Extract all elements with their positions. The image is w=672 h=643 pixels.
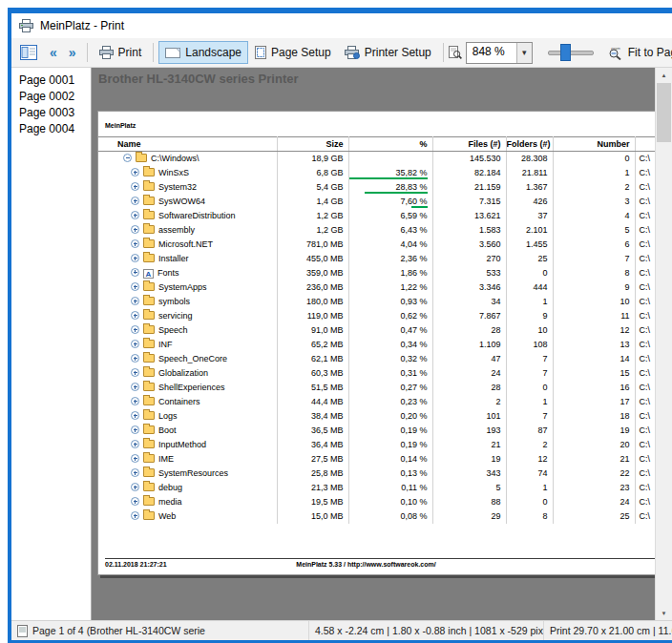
table-row: Boot36,5 MB0,19 %1938719C:\	[98, 424, 672, 438]
status-print-size: Print 29.70 x 21.00 cm | 11.69 x W	[544, 621, 672, 640]
cell-number: 13	[553, 338, 635, 352]
titlebar[interactable]: MeinPlatz - Print	[11, 13, 672, 38]
folder-name: Boot	[158, 425, 177, 435]
table-row: Containers44,4 MB0,23 %2117C:\	[98, 395, 672, 409]
cell-name: WinSxS	[98, 166, 277, 180]
cell-folders: 28.308	[506, 152, 553, 166]
column-header-name: Name	[98, 137, 277, 152]
status-print-size-text: Print 29.70 x 21.00 cm | 11.69 x W	[550, 625, 672, 636]
zoom-combobox[interactable]: 848 % ▾	[466, 42, 533, 64]
cell-files: 82.184	[432, 166, 506, 180]
sidebar-item-page-4[interactable]: Page 0004	[11, 121, 91, 137]
cell-size: 781,0 MB	[277, 238, 348, 252]
cell-name: SystemApps	[98, 280, 277, 295]
cell-files: 145.530	[432, 152, 506, 166]
window-title: MeinPlatz - Print	[40, 19, 124, 32]
printer-setup-button[interactable]: Printer Setup	[338, 41, 438, 64]
cell-number: 9	[553, 280, 635, 295]
folder-name: SoftwareDistribution	[158, 211, 236, 220]
sidebar-item-page-2[interactable]: Page 0002	[11, 89, 91, 105]
zoom-value[interactable]: 848 %	[467, 43, 516, 63]
folder-table-wrap: NameSize%Files (#)Folders (#)Number C:\W…	[98, 136, 672, 524]
next-page-button[interactable]: »	[63, 41, 82, 64]
scroll-up-icon[interactable]: ▲	[656, 68, 672, 82]
cell-name: Speech_OneCore	[98, 352, 277, 366]
cell-folders: 1	[506, 395, 553, 409]
toolbar-separator	[87, 43, 88, 62]
folder-icon	[143, 354, 155, 363]
folder-icon	[143, 254, 155, 262]
status-page-icon	[17, 625, 28, 637]
table-row: AFonts359,0 MB1,86 %53308C:\	[98, 266, 672, 280]
cell-folders: 37	[506, 209, 553, 223]
previous-page-button[interactable]: «	[44, 41, 63, 64]
cell-percent: 0,23 %	[348, 395, 432, 409]
folder-name: Speech	[158, 325, 188, 335]
status-position-text: 4.58 x -2.24 cm | 1.80 x -0.88 inch | 10…	[315, 625, 543, 636]
sidebar-item-page-1[interactable]: Page 0001	[11, 73, 91, 89]
zoom-page-icon	[449, 46, 462, 60]
cell-folders: 9	[506, 309, 553, 323]
cell-files: 3.560	[432, 238, 506, 252]
cell-folders: 74	[506, 467, 553, 481]
print-button[interactable]: Print	[93, 41, 149, 64]
cell-files: 533	[432, 266, 506, 280]
expand-toggle-icon	[131, 440, 139, 448]
vertical-scrollbar[interactable]: ▲ ▼	[655, 68, 672, 620]
expand-toggle-icon	[131, 383, 139, 391]
column-header-size: Size	[277, 137, 348, 152]
column-header--: %	[348, 137, 432, 152]
cell-files: 3.346	[432, 280, 506, 295]
folder-icon	[143, 211, 155, 219]
expand-toggle-icon	[131, 325, 139, 334]
cell-number: 11	[553, 309, 635, 323]
cell-folders: 7	[506, 366, 553, 381]
cell-size: 15,0 MB	[277, 509, 348, 524]
expand-toggle-icon	[131, 397, 139, 405]
zoom-slider[interactable]	[548, 43, 594, 62]
folder-name: Web	[158, 511, 176, 521]
folder-icon	[143, 440, 155, 448]
scrollbar-thumb[interactable]	[657, 83, 671, 142]
cell-name: assembly	[98, 223, 277, 238]
cell-files: 19	[432, 452, 506, 467]
scroll-down-icon[interactable]: ▼	[656, 606, 672, 620]
expand-toggle-icon	[131, 197, 139, 205]
print-page-preview: MeinPlatz NameSize%Files (#)Folders (#)N…	[97, 111, 672, 575]
cell-number: 19	[553, 424, 635, 438]
fit-to-page-width-button[interactable]: zoom Fit to Page Wi	[601, 41, 672, 64]
cell-size: 36,4 MB	[277, 438, 348, 452]
fit-to-page-width-label: Fit to Page Wi	[628, 46, 672, 59]
cell-name: Installer	[98, 252, 277, 266]
cell-percent: 0,47 %	[348, 323, 432, 338]
zoom-slider-track[interactable]	[548, 51, 594, 55]
folder-icon	[143, 282, 155, 291]
expand-toggle-icon	[131, 254, 139, 262]
cell-name: symbols	[98, 295, 277, 309]
zoom-slider-thumb[interactable]	[560, 44, 571, 61]
cell-files: 28	[432, 323, 506, 338]
status-cursor-position: 4.58 x -2.24 cm | 1.80 x -0.88 inch | 10…	[309, 621, 544, 640]
cell-name: ShellExperiences	[98, 381, 277, 395]
sidebar-item-page-3[interactable]: Page 0003	[11, 105, 91, 121]
page-setup-button[interactable]: Page Setup	[248, 41, 338, 64]
table-row: Globalization60,3 MB0,31 %24715C:\	[98, 366, 672, 381]
cell-size: 1,2 GB	[277, 223, 348, 238]
cell-folders: 8	[506, 509, 553, 524]
column-header-number: Number	[553, 137, 635, 152]
landscape-button[interactable]: Landscape	[158, 41, 248, 64]
table-row: InputMethod36,4 MB0,19 %21220C:\	[98, 438, 672, 452]
cell-folders: 10	[506, 323, 553, 338]
cell-number: 22	[553, 467, 635, 481]
cell-percent: 0,93 %	[348, 295, 432, 309]
cell-size: 119,0 MB	[277, 309, 348, 323]
cell-files: 21	[432, 438, 506, 452]
percent-bar	[365, 192, 428, 194]
cell-folders: 1.367	[506, 180, 553, 195]
cell-name: SysWOW64	[98, 195, 277, 209]
layout-toggle-button[interactable]	[13, 41, 44, 64]
table-row: servicing119,0 MB0,62 %7.867911C:\	[98, 309, 672, 323]
cell-folders: 0	[506, 266, 553, 280]
chevron-down-icon[interactable]: ▾	[516, 43, 532, 63]
cell-percent: 35,82 %	[348, 166, 432, 180]
